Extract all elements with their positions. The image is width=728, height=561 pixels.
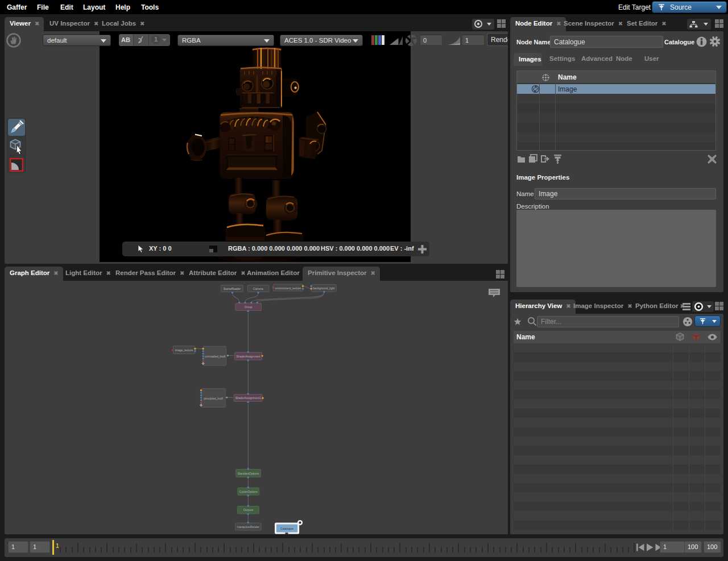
svg-text:principled_bsdf: principled_bsdf: [204, 397, 223, 400]
svg-text:image_texture: image_texture: [175, 348, 193, 352]
svg-text:Camera: Camera: [253, 287, 263, 290]
svg-text:Outputs: Outputs: [243, 508, 254, 512]
svg-text:Group: Group: [245, 305, 253, 309]
svg-text:ShaderAssignment: ShaderAssignment: [236, 355, 260, 358]
svg-text:StandardOptions: StandardOptions: [238, 472, 259, 475]
svg-text:ShaderAssignment1: ShaderAssignment1: [235, 396, 261, 400]
svg-text:SceneReader: SceneReader: [224, 287, 241, 290]
svg-text:CyclesOptions: CyclesOptions: [239, 490, 258, 493]
svg-text:uninstalled_bsdf: uninstalled_bsdf: [205, 355, 226, 358]
svg-text:background_light: background_light: [313, 286, 335, 290]
svg-text:Catalogue: Catalogue: [280, 527, 293, 530]
svg-text:InteractiveRender: InteractiveRender: [237, 525, 260, 529]
svg-text:environment_texture: environment_texture: [275, 286, 301, 290]
